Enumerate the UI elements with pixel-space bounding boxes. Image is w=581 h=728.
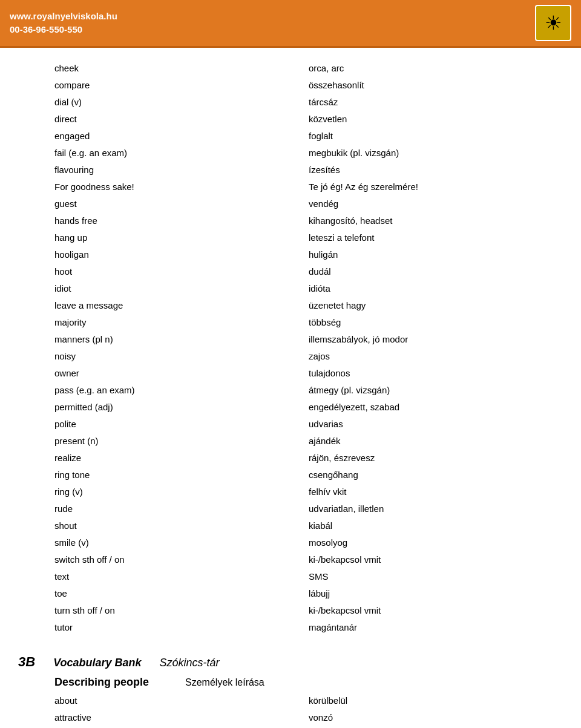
vocab-en: compare: [18, 77, 290, 94]
vocab-hu: leteszi a telefont: [290, 229, 563, 246]
vocab-row: permitted (adj)engedélyezett, szabad: [18, 399, 563, 416]
vocab-hu: udvarias: [290, 416, 563, 433]
vocab-row: leave a messageüzenetet hagy: [18, 297, 563, 314]
vocab-hu: rájön, észrevesz: [290, 450, 563, 467]
vocab-row: cheekorca, arc: [18, 60, 563, 77]
vocab-en: realize: [18, 450, 290, 467]
vocab-en: manners (pl n): [18, 331, 290, 348]
describing-table: aboutkörülbelülattractivevonzóbaldkopasz…: [18, 692, 563, 728]
vocab-hu: SMS: [290, 568, 563, 585]
describing-word-en: attractive: [18, 709, 290, 726]
vocab-en: fail (e.g. an exam): [18, 145, 290, 162]
vocab-row: toelábujj: [18, 585, 563, 602]
vocab-row: idiotidióta: [18, 280, 563, 297]
vocab-en: pass (e.g. an exam): [18, 382, 290, 399]
vocab-en: noisy: [18, 348, 290, 365]
vocab-hu: udvariatlan, illetlen: [290, 500, 563, 517]
vocabulary-table: cheekorca, arccompareösszehasonlítdial (…: [18, 60, 563, 636]
vocab-en: flavouring: [18, 162, 290, 179]
vocab-hu: zajos: [290, 348, 563, 365]
header-website: www.royalnyelviskola.hu: [10, 10, 117, 24]
header-phone: 00-36-96-550-550: [10, 23, 117, 37]
vocab-row: textSMS: [18, 568, 563, 585]
describing-row: attractivevonzó: [18, 709, 563, 726]
vocab-row: ring (v)felhív vkit: [18, 484, 563, 500]
vocab-row: ring tonecsengőhang: [18, 467, 563, 484]
vocab-hu: ki-/bekapcsol vmit: [290, 602, 563, 619]
vocab-hu: Te jó ég! Az ég szerelmére!: [290, 179, 563, 195]
describing-header: Describing people Személyek leírása: [18, 676, 563, 689]
vocab-en: hang up: [18, 229, 290, 246]
vocab-hu: orca, arc: [290, 60, 563, 77]
vocab-hu: dudál: [290, 263, 563, 280]
vocab-row: rudeudvariatlan, illetlen: [18, 500, 563, 517]
section-title: Vocabulary Bank: [53, 657, 141, 669]
vocab-row: For goodness sake!Te jó ég! Az ég szerel…: [18, 179, 563, 195]
vocab-row: hootdudál: [18, 263, 563, 280]
vocab-row: compareösszehasonlít: [18, 77, 563, 94]
section-header: 3B Vocabulary Bank Szókincs-tár: [18, 654, 563, 670]
page-header: www.royalnyelviskola.hu 00-36-96-550-550…: [0, 0, 581, 48]
vocab-en: toe: [18, 585, 290, 602]
vocab-hu: idióta: [290, 280, 563, 297]
describing-hu: Személyek leírása: [167, 677, 264, 688]
vocab-en: cheek: [18, 60, 290, 77]
vocab-en: tutor: [18, 619, 290, 636]
vocab-hu: közvetlen: [290, 111, 563, 128]
vocab-en: permitted (adj): [18, 399, 290, 416]
vocab-en: dial (v): [18, 94, 290, 111]
vocab-hu: kiabál: [290, 517, 563, 534]
vocab-hu: magántanár: [290, 619, 563, 636]
vocab-row: tutormagántanár: [18, 619, 563, 636]
vocab-row: directközvetlen: [18, 111, 563, 128]
vocab-en: idiot: [18, 280, 290, 297]
vocab-en: ring tone: [18, 467, 290, 484]
vocab-hu: csengőhang: [290, 467, 563, 484]
vocab-en: polite: [18, 416, 290, 433]
vocab-hu: ízesítés: [290, 162, 563, 179]
vocab-row: hands freekihangosító, headset: [18, 212, 563, 229]
vocab-row: engagedfoglalt: [18, 128, 563, 145]
vocab-hu: átmegy (pl. vizsgán): [290, 382, 563, 399]
vocab-hu: mosolyog: [290, 534, 563, 551]
vocab-en: owner: [18, 365, 290, 382]
vocab-hu: ajándék: [290, 433, 563, 450]
vocab-row: majoritytöbbség: [18, 314, 563, 331]
vocab-en: text: [18, 568, 290, 585]
describing-word-en: about: [18, 692, 290, 709]
vocab-en: direct: [18, 111, 290, 128]
section-translation: Szókincs-tár: [160, 657, 220, 669]
vocab-en: ring (v): [18, 484, 290, 500]
section-number: 3B: [18, 654, 35, 670]
sun-icon: ☀: [545, 11, 562, 34]
vocab-hu: huligán: [290, 246, 563, 263]
vocab-en: shout: [18, 517, 290, 534]
vocab-row: smile (v)mosolyog: [18, 534, 563, 551]
vocab-row: shoutkiabál: [18, 517, 563, 534]
vocab-en: engaged: [18, 128, 290, 145]
vocab-row: hang upleteszi a telefont: [18, 229, 563, 246]
vocab-row: pass (e.g. an exam)átmegy (pl. vizsgán): [18, 382, 563, 399]
vocab-row: guestvendég: [18, 195, 563, 212]
vocab-row: fail (e.g. an exam)megbukik (pl. vizsgán…: [18, 145, 563, 162]
vocab-hu: tárcsáz: [290, 94, 563, 111]
header-logo: ☀: [535, 5, 571, 41]
vocab-en: smile (v): [18, 534, 290, 551]
main-content: cheekorca, arccompareösszehasonlítdial (…: [0, 48, 581, 728]
describing-en: Describing people: [18, 676, 149, 689]
vocab-en: present (n): [18, 433, 290, 450]
vocab-en: switch sth off / on: [18, 551, 290, 568]
vocab-en: hooligan: [18, 246, 290, 263]
vocab-row: turn sth off / onki-/bekapcsol vmit: [18, 602, 563, 619]
vocab-hu: tulajdonos: [290, 365, 563, 382]
vocab-hu: üzenetet hagy: [290, 297, 563, 314]
vocab-row: manners (pl n)illemszabályok, jó modor: [18, 331, 563, 348]
vocab-row: dial (v)tárcsáz: [18, 94, 563, 111]
vocab-en: majority: [18, 314, 290, 331]
vocab-hu: ki-/bekapcsol vmit: [290, 551, 563, 568]
section-3b-block: 3B Vocabulary Bank Szókincs-tár: [18, 654, 563, 670]
vocab-row: flavouringízesítés: [18, 162, 563, 179]
vocab-en: leave a message: [18, 297, 290, 314]
vocab-hu: vendég: [290, 195, 563, 212]
vocab-hu: megbukik (pl. vizsgán): [290, 145, 563, 162]
